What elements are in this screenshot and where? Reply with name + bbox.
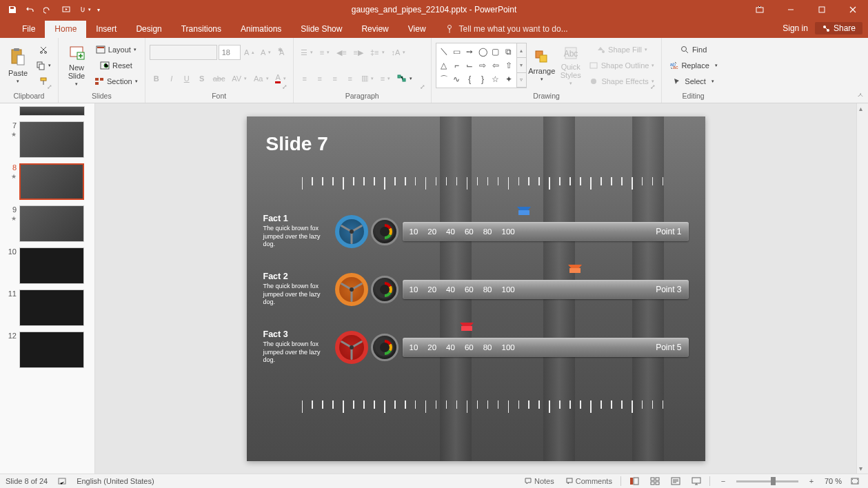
drawing-dialog-launcher[interactable]: ⤢ bbox=[650, 83, 656, 90]
maximize-button[interactable] bbox=[806, 0, 837, 19]
arrow-marker-icon[interactable] bbox=[568, 265, 582, 273]
fact-text[interactable]: Fact 2 The quick brown fox jumped over t… bbox=[263, 272, 332, 307]
zoom-out-button[interactable]: − bbox=[716, 475, 731, 487]
tab-slideshow[interactable]: Slide Show bbox=[291, 21, 352, 38]
reading-view-button[interactable] bbox=[668, 475, 683, 487]
gauge-bar[interactable]: 1020406080100 Point 5 bbox=[403, 338, 689, 357]
fit-to-window-button[interactable] bbox=[847, 475, 862, 487]
layout-button[interactable]: Layout▾ bbox=[92, 42, 141, 57]
font-size-input[interactable] bbox=[219, 45, 241, 60]
notes-button[interactable]: Notes bbox=[521, 475, 557, 487]
ribbon-display-options[interactable] bbox=[744, 0, 775, 19]
shapes-gallery-scroll[interactable]: ▴▾▿ bbox=[517, 43, 527, 88]
tab-review[interactable]: Review bbox=[352, 21, 398, 38]
reset-button[interactable]: Reset bbox=[92, 58, 141, 73]
tab-design[interactable]: Design bbox=[126, 21, 171, 38]
gauge-row[interactable]: Fact 1 The quick brown fox jumped over t… bbox=[263, 212, 689, 252]
shape-fill-button[interactable]: Shape Fill▾ bbox=[586, 42, 658, 57]
slide-thumbnail[interactable]: 7★ bbox=[0, 119, 94, 161]
shadow-button[interactable]: S bbox=[195, 71, 209, 86]
quick-styles-button[interactable]: Abc Quick Styles▾ bbox=[557, 43, 585, 88]
font-family-input[interactable] bbox=[150, 45, 217, 60]
undo-button[interactable] bbox=[22, 1, 39, 18]
decrease-font-button[interactable]: A▾ bbox=[259, 45, 274, 60]
shape-elbow2-icon[interactable]: ⌙ bbox=[463, 59, 476, 72]
fact-text[interactable]: Fact 3 The quick brown fox jumped over t… bbox=[263, 329, 332, 365]
shape-effects-button[interactable]: Shape Effects▾ bbox=[586, 74, 658, 89]
redo-button[interactable] bbox=[40, 1, 57, 18]
shape-arrow2-icon[interactable]: ⇨ bbox=[476, 59, 489, 72]
minimize-button[interactable] bbox=[775, 0, 806, 19]
normal-view-button[interactable] bbox=[627, 475, 642, 487]
slide-thumbnail[interactable]: 9★ bbox=[0, 203, 94, 245]
bullets-button[interactable]: ☰▾ bbox=[298, 45, 316, 60]
slide-counter[interactable]: Slide 8 of 24 bbox=[6, 477, 48, 485]
shape-star-icon[interactable]: ☆ bbox=[489, 73, 502, 86]
arrow-marker-icon[interactable] bbox=[460, 323, 474, 331]
collapse-ribbon-button[interactable]: ㅅ bbox=[857, 90, 864, 100]
slide[interactable]: Slide 7 Fact 1 The quick brown fox jumpe… bbox=[247, 116, 705, 461]
select-button[interactable]: Select▾ bbox=[666, 74, 720, 89]
vertical-scrollbar[interactable] bbox=[856, 103, 868, 474]
tab-animations[interactable]: Animations bbox=[231, 21, 291, 38]
change-case-button[interactable]: Aa▾ bbox=[251, 71, 271, 86]
tab-insert[interactable]: Insert bbox=[86, 21, 126, 38]
italic-button[interactable]: I bbox=[165, 71, 179, 86]
zoom-slider[interactable] bbox=[736, 480, 798, 482]
increase-font-button[interactable]: A▴ bbox=[242, 45, 257, 60]
gauge-meter-icon[interactable] bbox=[371, 218, 398, 245]
slide-thumbnail-panel[interactable]: 7★ 8★ 9★ 10 11 12 bbox=[0, 103, 95, 474]
shape-curve2-icon[interactable]: ∿ bbox=[451, 73, 463, 86]
slide-thumbnail[interactable]: 10 bbox=[0, 245, 94, 287]
slide-thumbnail[interactable]: 12 bbox=[0, 329, 94, 371]
justify-button[interactable]: ≡ bbox=[343, 71, 357, 86]
shape-triangle-icon[interactable]: △ bbox=[438, 59, 450, 72]
tab-transitions[interactable]: Transitions bbox=[172, 21, 231, 38]
paste-button[interactable]: Paste▾ bbox=[4, 43, 32, 88]
touch-mouse-mode-button[interactable]: ▾ bbox=[76, 1, 92, 18]
arrow-marker-icon[interactable] bbox=[517, 207, 531, 215]
shape-outline-button[interactable]: Shape Outline▾ bbox=[586, 58, 658, 73]
bold-button[interactable]: B bbox=[150, 71, 163, 86]
sign-in-link[interactable]: Sign in bbox=[783, 23, 808, 33]
zoom-in-button[interactable]: + bbox=[804, 475, 819, 487]
slide-sorter-view-button[interactable] bbox=[647, 475, 663, 487]
tab-file[interactable]: File bbox=[12, 21, 45, 38]
comments-button[interactable]: Comments bbox=[563, 475, 615, 487]
valve-wheel-icon[interactable] bbox=[335, 215, 368, 248]
gauge-meter-icon[interactable] bbox=[371, 276, 398, 303]
thumb-partial-prev[interactable] bbox=[19, 106, 85, 116]
arrange-button[interactable]: Arrange▾ bbox=[528, 43, 556, 88]
tab-home[interactable]: Home bbox=[45, 21, 86, 38]
gauge-row[interactable]: Fact 3 The quick brown fox jumped over t… bbox=[263, 327, 689, 367]
find-button[interactable]: Find bbox=[666, 42, 720, 57]
replace-button[interactable]: abacReplace▾ bbox=[666, 58, 720, 73]
close-button[interactable] bbox=[837, 0, 868, 19]
slide-thumbnail[interactable]: 11 bbox=[0, 287, 94, 329]
section-button[interactable]: Section▾ bbox=[92, 74, 141, 89]
shape-oval-icon[interactable]: ◯ bbox=[476, 45, 489, 58]
shape-callout-icon[interactable]: ✦ bbox=[503, 73, 515, 86]
shape-curve-icon[interactable]: ⌒ bbox=[438, 73, 450, 86]
shape-rect-icon[interactable]: ▭ bbox=[451, 45, 463, 58]
increase-indent-button[interactable]: ≡▶ bbox=[351, 45, 366, 60]
shape-arrow3-icon[interactable]: ⇦ bbox=[489, 59, 502, 72]
gauge-bar[interactable]: 1020406080100 Point 1 bbox=[403, 222, 689, 241]
tell-me-search[interactable]: Tell me what you want to do... bbox=[436, 21, 578, 38]
start-from-beginning-button[interactable] bbox=[58, 1, 74, 18]
zoom-level[interactable]: 70 % bbox=[825, 477, 842, 485]
fact-text[interactable]: Fact 1 The quick brown fox jumped over t… bbox=[263, 214, 332, 249]
align-left-button[interactable]: ≡ bbox=[298, 71, 312, 86]
numbering-button[interactable]: ≡▾ bbox=[317, 45, 332, 60]
shape-line-icon[interactable]: ＼ bbox=[438, 45, 450, 58]
qat-customize-button[interactable]: ▾ bbox=[94, 1, 103, 18]
gauge-bar[interactable]: 1020406080100 Point 3 bbox=[403, 280, 689, 299]
shape-textbox-icon[interactable]: ⧉ bbox=[503, 45, 515, 58]
clear-formatting-button[interactable]: A✱ bbox=[275, 45, 289, 60]
shapes-gallery[interactable]: ＼ ▭ ➙ ◯ ▢ ⧉ △ ⌐ ⌙ ⇨ ⇦ ⇧ ⌒ ∿ { } ☆ bbox=[436, 43, 517, 88]
new-slide-button[interactable]: New Slide▾ bbox=[63, 43, 90, 88]
valve-wheel-icon[interactable] bbox=[335, 273, 368, 306]
paragraph-dialog-launcher[interactable]: ⤢ bbox=[420, 83, 425, 90]
shape-arrow-icon[interactable]: ➙ bbox=[463, 45, 476, 58]
gauge-meter-icon[interactable] bbox=[371, 334, 398, 361]
